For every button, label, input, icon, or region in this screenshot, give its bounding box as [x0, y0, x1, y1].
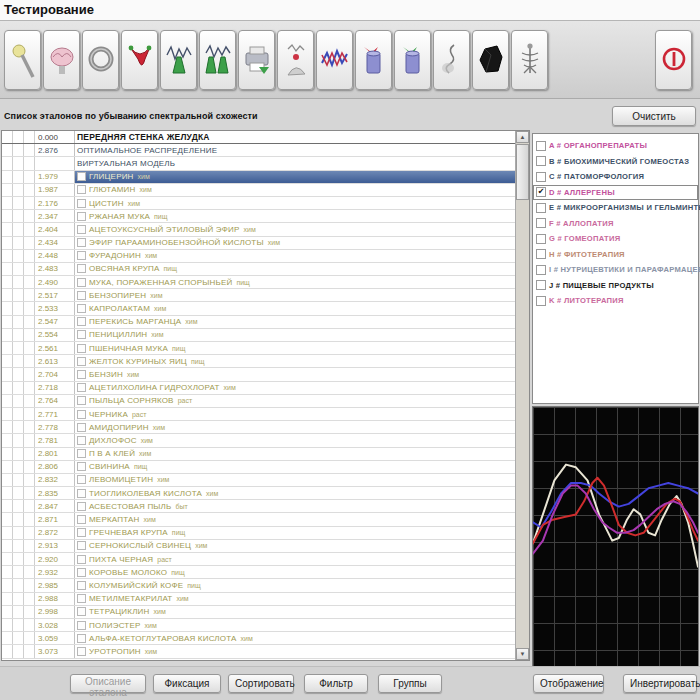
row-checkbox-cell[interactable]: [13, 408, 24, 420]
table-row[interactable]: 2.434ЭФИР ПАРААМИНОБЕНЗОЙНОЙ КИСЛОТЫхим: [2, 237, 515, 250]
row-checkbox-cell[interactable]: [2, 157, 13, 169]
row-checkbox-cell[interactable]: [2, 302, 13, 314]
etalon-name-cell[interactable]: П В А КЛЕЙхим: [75, 448, 515, 460]
category-item[interactable]: A # ОРГАНОПРЕПАРАТЫ: [533, 138, 698, 154]
table-row[interactable]: 2.704БЕНЗИНхим: [2, 368, 515, 381]
table-row[interactable]: 3.059АЛЬФА-КЕТОГЛУТАРОВАЯ КИСЛОТАхим: [2, 632, 515, 645]
row-checkbox-cell[interactable]: [13, 434, 24, 446]
table-row[interactable]: 2.613ЖЕЛТОК КУРИНЫХ ЯИЦпищ: [2, 355, 515, 368]
row-checkbox-cell[interactable]: [24, 448, 35, 460]
table-row[interactable]: 2.876ОПТИМАЛЬНОЕ РАСПРЕДЕЛЕНИЕ: [2, 144, 515, 157]
category-item[interactable]: F # АЛЛОПАТИЯ: [533, 216, 698, 232]
checkbox-icon[interactable]: [536, 249, 546, 259]
checkbox-icon[interactable]: [536, 218, 546, 228]
etalon-name-cell[interactable]: ПШЕНИЧНАЯ МУКАпищ: [75, 342, 515, 354]
row-checkbox-cell[interactable]: [2, 144, 13, 156]
row-checkbox-cell[interactable]: [13, 566, 24, 578]
row-marker-box[interactable]: [77, 607, 86, 616]
checkbox-icon[interactable]: [536, 280, 546, 290]
row-marker-box[interactable]: [77, 449, 86, 458]
row-marker-box[interactable]: [77, 357, 86, 366]
footer-button-фиксация[interactable]: Фиксация: [153, 674, 221, 693]
row-checkbox-cell[interactable]: [2, 434, 13, 446]
row-checkbox-cell[interactable]: [24, 579, 35, 591]
table-row[interactable]: 2.404АЦЕТОУКСУСНЫЙ ЭТИЛОВЫЙ ЭФИРхим: [2, 223, 515, 236]
category-item[interactable]: E # МИКРООРГАНИЗМЫ И ГЕЛЬМИНТЫ: [533, 200, 698, 216]
row-checkbox-cell[interactable]: [24, 263, 35, 275]
etalon-name-cell[interactable]: ОПТИМАЛЬНОЕ РАСПРЕДЕЛЕНИЕ: [75, 144, 515, 156]
category-item[interactable]: K # ЛИТОТЕРАПИЯ: [533, 293, 698, 309]
row-marker-box[interactable]: [77, 317, 86, 326]
row-checkbox-cell[interactable]: [2, 448, 13, 460]
row-marker-box[interactable]: [77, 291, 86, 300]
row-checkbox-cell[interactable]: [24, 382, 35, 394]
row-marker-box[interactable]: [77, 634, 86, 643]
row-checkbox-cell[interactable]: [13, 263, 24, 275]
row-checkbox-cell[interactable]: [24, 540, 35, 552]
row-checkbox-cell[interactable]: [13, 645, 24, 657]
row-checkbox-cell[interactable]: [24, 276, 35, 288]
table-row[interactable]: 2.176ЦИСТИНхим: [2, 197, 515, 210]
row-checkbox-cell[interactable]: [2, 263, 13, 275]
etalon-name-cell[interactable]: ЭФИР ПАРААМИНОБЕНЗОЙНОЙ КИСЛОТЫхим: [75, 237, 515, 249]
row-checkbox-cell[interactable]: [13, 157, 24, 169]
row-checkbox-cell[interactable]: [2, 210, 13, 222]
row-checkbox-cell[interactable]: [24, 527, 35, 539]
scroll-up-icon[interactable]: ▲: [516, 131, 529, 143]
category-item[interactable]: J # ПИЩЕВЫЕ ПРОДУКТЫ: [533, 278, 698, 294]
row-checkbox-cell[interactable]: [13, 632, 24, 644]
row-checkbox-cell[interactable]: [2, 487, 13, 499]
row-checkbox-cell[interactable]: [13, 329, 24, 341]
etalon-name-cell[interactable]: МЕРКАПТАНхим: [75, 513, 515, 525]
row-checkbox-cell[interactable]: [2, 329, 13, 341]
row-checkbox-cell[interactable]: [2, 606, 13, 618]
category-item[interactable]: C # ПАТОМОРФОЛОГИЯ: [533, 169, 698, 185]
row-checkbox-cell[interactable]: [13, 289, 24, 301]
table-row[interactable]: 3.028ПОЛИЭСТЕРхим: [2, 619, 515, 632]
etalon-name-cell[interactable]: ФУРАДОНИНхим: [75, 250, 515, 262]
etalon-name-cell[interactable]: ГРЕЧНЕВАЯ КРУПАпищ: [75, 527, 515, 539]
row-checkbox-cell[interactable]: [2, 223, 13, 235]
table-row[interactable]: 2.932КОРОВЬЕ МОЛОКОпищ: [2, 566, 515, 579]
brain-button[interactable]: [43, 30, 80, 90]
etalon-name-cell[interactable]: ТЕТРАЦИКЛИНхим: [75, 606, 515, 618]
row-checkbox-cell[interactable]: [13, 395, 24, 407]
etalon-name-cell[interactable]: СЕРНОКИСЛЫЙ СВИНЕЦхим: [75, 540, 515, 552]
row-checkbox-cell[interactable]: [2, 342, 13, 354]
row-checkbox-cell[interactable]: [2, 579, 13, 591]
row-marker-box[interactable]: [77, 528, 86, 537]
row-checkbox-cell[interactable]: [24, 395, 35, 407]
row-checkbox-cell[interactable]: [24, 197, 35, 209]
checkbox-checked-icon[interactable]: ✔: [536, 187, 546, 197]
etalon-name-cell[interactable]: УРОТРОПИНхим: [75, 645, 515, 657]
row-checkbox-cell[interactable]: [2, 197, 13, 209]
row-marker-box[interactable]: [77, 594, 86, 603]
table-row[interactable]: 2.801П В А КЛЕЙхим: [2, 448, 515, 461]
row-marker-box[interactable]: [77, 541, 86, 550]
table-row[interactable]: 2.554ПЕНИЦИЛЛИНхим: [2, 329, 515, 342]
row-checkbox-cell[interactable]: [2, 513, 13, 525]
list-scrollbar[interactable]: ▲ ▼: [515, 131, 529, 660]
checkbox-icon[interactable]: [536, 156, 546, 166]
etalon-name-cell[interactable]: КАПРОЛАКТАМхим: [75, 302, 515, 314]
row-marker-box[interactable]: [77, 568, 86, 577]
etalon-name-cell[interactable]: ПЕРЕДНЯЯ СТЕНКА ЖЕЛУДКА: [75, 131, 515, 143]
row-checkbox-cell[interactable]: [2, 355, 13, 367]
etalon-name-cell[interactable]: ГЛИЦЕРИНхим: [75, 171, 515, 183]
hand-spectrum-button[interactable]: [277, 30, 314, 90]
row-marker-box[interactable]: [77, 278, 86, 287]
etalon-name-cell[interactable]: ПЕНИЦИЛЛИНхим: [75, 329, 515, 341]
etalon-name-cell[interactable]: ПЫЛЬЦА СОРНЯКОВраст: [75, 395, 515, 407]
checkbox-icon[interactable]: [536, 234, 546, 244]
row-checkbox-cell[interactable]: [13, 210, 24, 222]
row-checkbox-cell[interactable]: [13, 316, 24, 328]
organ-button[interactable]: [121, 30, 158, 90]
etalon-name-cell[interactable]: КОРОВЬЕ МОЛОКОпищ: [75, 566, 515, 578]
etalon-name-cell[interactable]: БЕНЗИНхим: [75, 368, 515, 380]
footer-button-инвертировать[interactable]: Инвертировать: [623, 674, 697, 693]
etalon-name-cell[interactable]: АЦЕТИЛХОЛИНА ГИДРОХЛОРАТхим: [75, 382, 515, 394]
row-checkbox-cell[interactable]: [24, 474, 35, 486]
etalon-name-cell[interactable]: АСБЕСТОВАЯ ПЫЛЬбыт: [75, 500, 515, 512]
table-row[interactable]: 2.806СВИНИНАпищ: [2, 461, 515, 474]
row-checkbox-cell[interactable]: [24, 619, 35, 631]
